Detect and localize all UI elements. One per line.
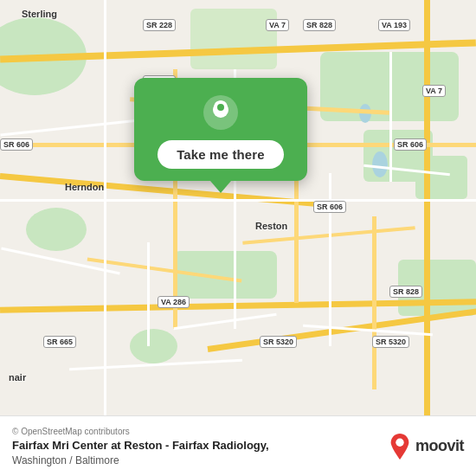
badge-sr606-left: SR 606 [0, 138, 33, 151]
info-left: © OpenStreetMap contributors Fairfax Mri… [12, 427, 269, 466]
highway [208, 307, 476, 351]
badge-sr665: SR 665 [43, 336, 76, 348]
badge-va7-2: VA 7 [422, 85, 446, 97]
badge-va193: VA 193 [378, 19, 410, 31]
popup-card: Take me there [134, 78, 307, 181]
svg-point-4 [396, 438, 403, 446]
green-area [190, 9, 277, 69]
place-name: Fairfax Mri Center at Reston - Fairfax R… [12, 439, 269, 452]
badge-sr606-right: SR 606 [394, 138, 427, 151]
map-background: Reston Herndon Sterling nair SR 228 SR 2… [0, 0, 476, 415]
green-area [130, 329, 177, 363]
green-area [415, 156, 467, 199]
moovit-text: moovit [415, 437, 464, 455]
info-bar: © OpenStreetMap contributors Fairfax Mri… [0, 415, 476, 476]
road [372, 216, 376, 389]
place-label-reston: Reston [255, 221, 287, 231]
highway [424, 0, 430, 415]
place-region: Washington / Baltimore [12, 454, 269, 466]
green-area [26, 208, 87, 251]
badge-va7-1: VA 7 [266, 19, 289, 31]
map-container: Reston Herndon Sterling nair SR 228 SR 2… [0, 0, 476, 476]
location-pin-icon [202, 93, 240, 132]
badge-sr5320-1: SR 5320 [260, 336, 297, 348]
moovit-logo: moovit [388, 433, 464, 460]
local-road [389, 52, 392, 182]
local-road [104, 0, 106, 415]
local-road [147, 242, 150, 346]
osm-attribution: © OpenStreetMap contributors [12, 427, 269, 436]
take-me-there-button[interactable]: Take me there [158, 140, 284, 169]
local-road [0, 118, 155, 137]
place-label-nair: nair [9, 372, 26, 383]
local-road [0, 199, 476, 202]
local-road [173, 313, 276, 331]
water-body [372, 151, 388, 177]
place-label-herndon: Herndon [65, 182, 104, 192]
svg-point-3 [217, 104, 224, 111]
badge-sr828-top: SR 828 [303, 19, 336, 31]
badge-sr5320-2: SR 5320 [372, 336, 409, 348]
moovit-pin-icon [388, 433, 412, 460]
local-road [329, 173, 331, 346]
badge-sr828-2: SR 828 [389, 286, 422, 298]
badge-sr228-top: SR 228 [143, 19, 176, 31]
badge-va286: VA 286 [158, 296, 190, 308]
badge-sr606-mid: SR 606 [313, 201, 346, 213]
place-label-sterling: Sterling [22, 9, 57, 19]
